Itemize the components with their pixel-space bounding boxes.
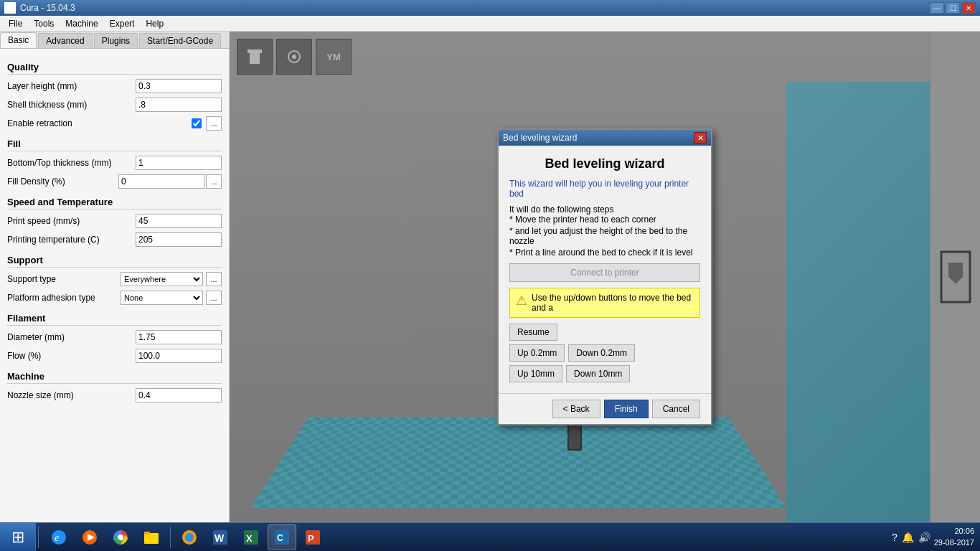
titlebar-left: 🖨 Cura - 15.04.3 (4, 2, 75, 14)
fill-density-dots-button[interactable]: ... (206, 174, 222, 189)
resume-button[interactable]: Resume (509, 324, 557, 341)
print-temp-label: Printing temperature (C) (7, 235, 136, 245)
support-type-select[interactable]: None Everywhere Touching buildplate (121, 272, 203, 286)
retraction-dots-button[interactable]: ... (206, 116, 222, 131)
support-type-dots-button[interactable]: ... (206, 272, 222, 286)
taskbar-separator-2 (170, 527, 171, 548)
speed-section-title: Speed and Temperature (7, 197, 222, 209)
window-title: Cura - 15.04.3 (20, 3, 75, 13)
layer-height-input[interactable] (136, 79, 222, 93)
bottom-top-row: Bottom/Top thickness (mm) (7, 155, 222, 171)
svg-rect-15 (144, 532, 150, 534)
start-button[interactable]: ⊞ (0, 523, 36, 552)
machine-section-title: Machine (7, 371, 222, 384)
svg-text:e: e (55, 532, 59, 543)
taskbar-firefox-button[interactable] (175, 524, 204, 550)
taskbar-ie-button[interactable]: e (44, 524, 73, 550)
close-button[interactable]: ✕ (961, 2, 976, 14)
titlebar: 🖨 Cura - 15.04.3 — ☐ ✕ (0, 0, 980, 16)
3d-view: YM (230, 32, 980, 522)
dialog-title: Bed leveling wizard (503, 133, 577, 143)
tab-start-end-gcode[interactable]: Start/End-GCode (139, 33, 221, 48)
taskbar-icons: e W X C P (41, 524, 331, 550)
finish-button[interactable]: Finish (604, 400, 649, 418)
taskbar-media-button[interactable] (75, 524, 104, 550)
shell-thickness-label: Shell thickness (mm) (7, 100, 136, 110)
nozzle-size-input[interactable] (136, 388, 222, 402)
dialog-close-button[interactable]: ✕ (694, 132, 707, 143)
support-section-title: Support (7, 255, 222, 268)
tab-advanced[interactable]: Advanced (38, 33, 92, 48)
taskbar-folder-button[interactable] (137, 524, 166, 550)
svg-point-13 (118, 534, 123, 540)
print-speed-label: Print speed (mm/s) (7, 216, 136, 226)
print-temp-input[interactable] (136, 232, 222, 247)
taskbar-excel-button[interactable]: X (237, 524, 265, 550)
tray-network-icon[interactable]: 🔔 (902, 532, 914, 543)
menu-machine[interactable]: Machine (60, 17, 103, 30)
tray-help-icon[interactable]: ? (892, 532, 897, 543)
print-speed-row: Print speed (mm/s) (7, 213, 222, 229)
menu-help[interactable]: Help (140, 17, 169, 30)
print-speed-input[interactable] (136, 214, 222, 228)
taskbar-right: ? 🔔 🔊 20:06 29-08-2017 (892, 526, 980, 548)
print-temp-row: Printing temperature (C) (7, 232, 222, 248)
steps-intro: It will do the following steps (509, 204, 700, 215)
menubar: File Tools Machine Expert Help (0, 16, 980, 32)
small-move-row: Up 0.2mm Down 0.2mm (509, 344, 700, 362)
down-10mm-button[interactable]: Down 10mm (566, 365, 630, 382)
minimize-button[interactable]: — (930, 2, 944, 14)
step-3: Print a line around the bed to check if … (509, 248, 700, 258)
flow-row: Flow (%) (7, 348, 222, 364)
up-10mm-button[interactable]: Up 10mm (509, 365, 562, 382)
cancel-button[interactable]: Cancel (652, 400, 700, 418)
dialog-body: Bed leveling wizard This wizard will hel… (499, 146, 711, 393)
fill-density-input[interactable] (118, 174, 204, 189)
platform-adhesion-select[interactable]: None Brim Raft (121, 291, 203, 305)
tab-basic[interactable]: Basic (0, 32, 37, 48)
connect-to-printer-button[interactable]: Connect to printer (509, 263, 700, 282)
step-1: Move the printer head to each corner (509, 215, 700, 225)
titlebar-controls: — ☐ ✕ (930, 2, 976, 14)
tray-volume-icon[interactable]: 🔊 (918, 532, 930, 543)
warning-box: ⚠ Use the up/down buttons to move the be… (509, 288, 700, 318)
steps-list: Move the printer head to each corner and… (509, 215, 700, 258)
taskbar: ⊞ e W X C (0, 522, 980, 551)
tab-plugins[interactable]: Plugins (94, 33, 138, 48)
shell-thickness-row: Shell thickness (mm) (7, 97, 222, 113)
app-icon: 🖨 (4, 2, 16, 14)
menu-file[interactable]: File (3, 17, 28, 30)
nozzle-size-row: Nozzle size (mm) (7, 387, 222, 403)
left-panel: Basic Advanced Plugins Start/End-GCode Q… (0, 32, 230, 522)
taskbar-chrome-button[interactable] (106, 524, 135, 550)
down-02mm-button[interactable]: Down 0.2mm (568, 344, 635, 362)
layer-height-label: Layer height (mm) (7, 81, 136, 91)
support-type-label: Support type (7, 274, 121, 284)
taskbar-separator-1 (38, 527, 39, 548)
menu-tools[interactable]: Tools (28, 17, 60, 30)
bed-leveling-dialog: Bed leveling wizard ✕ Bed leveling wizar… (497, 128, 712, 425)
up-02mm-button[interactable]: Up 0.2mm (509, 344, 565, 362)
platform-adhesion-label: Platform adhesion type (7, 293, 121, 303)
retraction-checkbox[interactable] (192, 118, 202, 128)
back-button[interactable]: < Back (552, 400, 600, 418)
dialog-footer: < Back Finish Cancel (499, 393, 711, 424)
platform-adhesion-dots-button[interactable]: ... (206, 291, 222, 305)
fill-density-row: Fill Density (%) ... (7, 174, 222, 189)
diameter-input[interactable] (136, 330, 222, 344)
dialog-heading: Bed leveling wizard (509, 156, 700, 171)
menu-expert[interactable]: Expert (104, 17, 141, 30)
bottom-top-input[interactable] (136, 156, 222, 170)
filament-section-title: Filament (7, 313, 222, 326)
platform-adhesion-wrap: None Brim Raft ... (121, 291, 222, 305)
clock-date: 29-08-2017 (934, 537, 974, 548)
maximize-button[interactable]: ☐ (946, 2, 960, 14)
nozzle-size-label: Nozzle size (mm) (7, 390, 136, 400)
taskbar-word-button[interactable]: W (206, 524, 235, 550)
flow-input[interactable] (136, 349, 222, 363)
diameter-row: Diameter (mm) (7, 329, 222, 345)
taskbar-powerpoint-button[interactable]: P (298, 524, 327, 550)
taskbar-cura-button[interactable]: C (268, 524, 296, 550)
flow-label: Flow (%) (7, 351, 136, 361)
shell-thickness-input[interactable] (136, 98, 222, 112)
